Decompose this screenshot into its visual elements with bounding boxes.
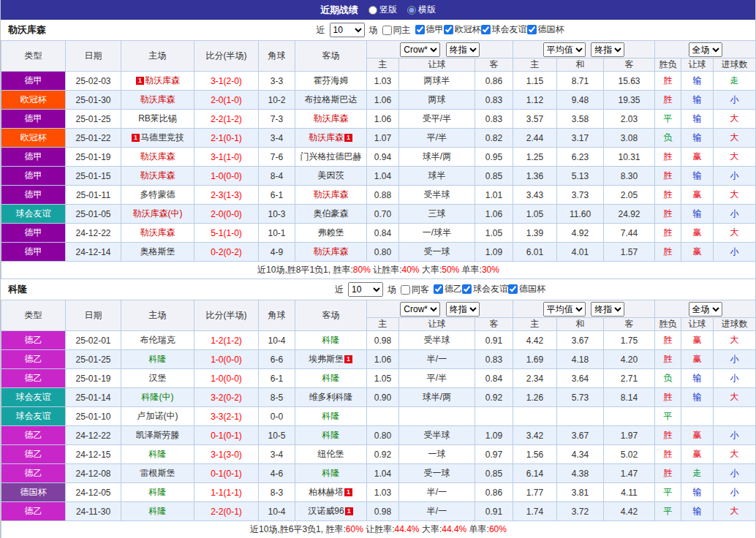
team-link[interactable]: 纽伦堡 (318, 449, 344, 459)
team-link[interactable]: 凯泽斯劳滕 (136, 430, 180, 440)
match-count-select[interactable]: 10 (348, 282, 383, 297)
result-outcome: 胜 (655, 426, 681, 445)
team-link[interactable]: 柏林赫塔 (309, 487, 344, 497)
same-venue-checkbox[interactable] (382, 26, 392, 35)
team-link[interactable]: 奥伯豪森 (314, 208, 349, 219)
bookmaker-select[interactable]: Crow* (400, 302, 440, 317)
horizontal-layout-radio[interactable] (407, 6, 416, 15)
handicap-stage-select[interactable]: 终指 (446, 42, 480, 57)
team-link[interactable]: 霍芬海姆 (314, 75, 349, 86)
team-link[interactable]: 科隆 (149, 449, 167, 459)
team-link[interactable]: 科隆 (149, 487, 167, 497)
summary-value: 80% (353, 265, 371, 275)
match-date: 25-01-22 (66, 129, 121, 148)
team-link[interactable]: 科隆 (322, 430, 340, 440)
team-link[interactable]: 门兴格拉德巴赫 (300, 151, 362, 162)
rows-body: 德乙25-02-01布伦瑞克1-2(1-2)10-4科隆0.98受半球0.914… (1, 331, 756, 521)
bookmaker-select[interactable]: Crow* (400, 42, 440, 57)
team-link[interactable]: 科隆 (322, 411, 340, 421)
corner-score: 10-3 (259, 205, 295, 224)
team-link[interactable]: 勒沃库森 (140, 227, 175, 238)
result-outcome: 平 (655, 110, 681, 129)
summary-text: 近10场,胜8平1负1, 胜率:80% 让胜率:40% 大率:50% 单率:30… (1, 262, 756, 279)
team-link[interactable]: 奥格斯堡 (140, 246, 175, 257)
league-checkbox[interactable] (434, 284, 443, 294)
team-link[interactable]: 勒沃库森 (314, 189, 349, 200)
handicap-odds-line (399, 407, 475, 426)
team-link[interactable]: 科隆 (149, 354, 167, 364)
summary-value: 44.4% (442, 524, 466, 534)
team-link[interactable]: 马德里竞技 (140, 132, 184, 143)
league-filter[interactable]: 球会友谊 (462, 283, 508, 295)
league-filter[interactable]: 球会友谊 (481, 23, 527, 36)
average-stage-select[interactable]: 终指 (591, 42, 624, 57)
team-link[interactable]: 勒沃库森 (140, 94, 175, 105)
team-link[interactable]: 布伦瑞克 (140, 335, 175, 345)
team-link[interactable]: 卢加诺(中) (137, 411, 178, 421)
team-link[interactable]: 科隆(中) (142, 392, 174, 402)
corner-score: 8-3 (259, 483, 295, 502)
team-link[interactable]: 勒沃库森 (140, 170, 175, 181)
league-checkbox[interactable] (415, 25, 425, 34)
result-outcome: 负 (655, 369, 681, 388)
league-checkbox[interactable] (508, 284, 518, 294)
away-team-cell: 科隆 (295, 464, 367, 483)
team-link[interactable]: RB莱比锡 (138, 113, 177, 124)
team-link[interactable]: 汉堡 (149, 373, 167, 383)
team-link[interactable]: 科隆 (149, 506, 167, 516)
avg-odds-away: 7.44 (604, 224, 655, 243)
league-filter[interactable]: 欧冠杯 (444, 23, 481, 36)
team-link[interactable]: 美因茨 (318, 170, 344, 181)
layout-option-horizontal[interactable]: 横版 (407, 4, 436, 16)
team-link[interactable]: 雷根斯堡 (140, 468, 175, 478)
team-link[interactable]: 科隆 (322, 468, 340, 478)
team-link[interactable]: 埃弗斯堡 (309, 354, 344, 364)
handicap-stage-select[interactable]: 终指 (446, 302, 480, 317)
summary-value: 50% (442, 265, 459, 275)
same-venue-checkbox[interactable] (401, 285, 410, 295)
match-score: 1-1(1-1) (194, 483, 259, 502)
team-link[interactable]: 科隆 (322, 373, 340, 383)
team-link[interactable]: 勒沃库森 (140, 151, 175, 162)
league-filter[interactable]: 德国杯 (527, 23, 564, 36)
league-filter-label: 德甲 (426, 23, 444, 36)
average-odds-group: 平均值 终指 (513, 300, 655, 318)
col-result: 胜负 (655, 318, 681, 331)
result-handicap: 走 (681, 464, 714, 483)
average-select[interactable]: 平均值 (543, 302, 586, 317)
scope-select[interactable]: 全场 (689, 42, 722, 57)
team-link[interactable]: 维多利科隆 (309, 392, 353, 402)
league-checkbox[interactable] (462, 284, 472, 294)
layout-option-vertical[interactable]: 竖版 (368, 4, 397, 16)
team-link[interactable]: 科隆 (322, 335, 340, 345)
league-checkbox[interactable] (481, 25, 491, 34)
home-team-cell: RB莱比锡 (121, 110, 194, 129)
team-link[interactable]: 布拉格斯巴达 (305, 94, 358, 105)
team-link[interactable]: 勒沃库森 (145, 75, 180, 86)
handicap-odds-home: 1.06 (367, 350, 399, 369)
league-checkbox[interactable] (527, 25, 537, 34)
league-type-cell: 德乙 (1, 331, 66, 350)
same-venue-filter[interactable]: 同主 (382, 24, 411, 37)
league-checkbox[interactable] (444, 25, 453, 34)
match-count-select[interactable]: 10 (330, 23, 365, 37)
avg-odds-draw: 3.72 (557, 502, 604, 521)
league-filter[interactable]: 德国杯 (508, 283, 545, 295)
team-link[interactable]: 弗赖堡 (318, 227, 344, 238)
league-filter[interactable]: 德甲 (415, 23, 444, 36)
average-select[interactable]: 平均值 (543, 42, 586, 57)
average-stage-select[interactable]: 终指 (591, 302, 624, 317)
same-venue-filter[interactable]: 同客 (401, 284, 429, 296)
team-link[interactable]: 勒沃库森(中) (133, 208, 183, 219)
vertical-layout-radio[interactable] (368, 6, 377, 15)
match-score: 2-2(0-1) (194, 502, 259, 521)
league-filter[interactable]: 德乙 (434, 283, 462, 295)
team-link[interactable]: 勒沃库森 (309, 132, 344, 143)
team-link[interactable]: 多特蒙德 (140, 189, 175, 200)
scope-select[interactable]: 全场 (689, 302, 722, 317)
match-score: 2-3(1-3) (194, 186, 259, 205)
team-link[interactable]: 汉诺威96 (308, 506, 344, 516)
team-link[interactable]: 勒沃库森 (314, 113, 349, 124)
team-link[interactable]: 勒沃库森 (314, 246, 349, 257)
result-outcome: 胜 (655, 350, 681, 369)
